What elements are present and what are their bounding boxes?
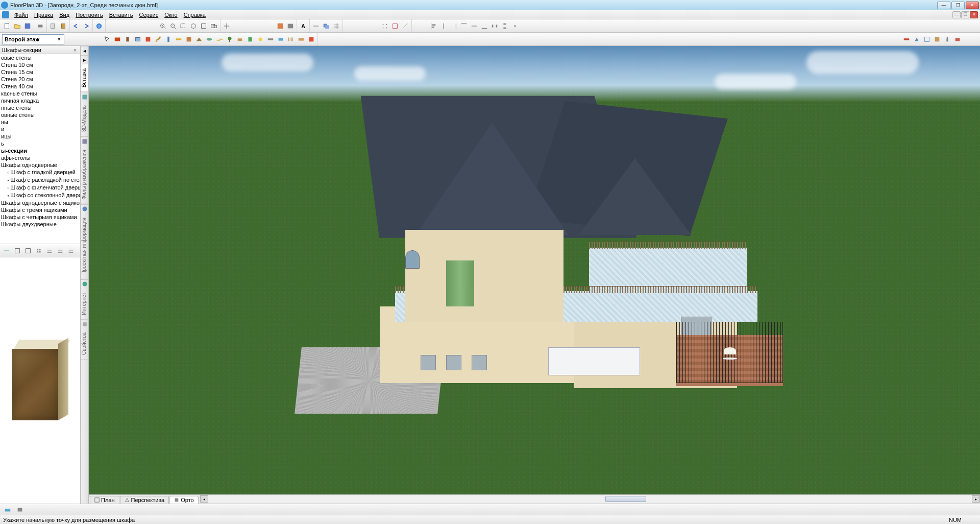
dimension-button[interactable]	[311, 21, 321, 31]
stairs-tool[interactable]	[154, 35, 163, 44]
window-tool[interactable]	[133, 35, 142, 44]
catalog-tool-5[interactable]	[45, 246, 54, 255]
menu-window[interactable]: Окно	[161, 11, 181, 18]
snap-grid-button[interactable]	[380, 21, 389, 31]
deck-tool[interactable]	[297, 35, 306, 44]
catalog-item[interactable]: ны	[0, 118, 80, 126]
open-file-button[interactable]	[13, 21, 22, 31]
tab-properties[interactable]: Свойства	[81, 328, 88, 360]
bottom-tool-1[interactable]	[3, 505, 12, 514]
menu-service[interactable]: Сервис	[136, 11, 161, 18]
3d-viewport[interactable]	[89, 46, 980, 494]
print-button[interactable]	[36, 21, 45, 31]
floor-selector[interactable]: Второй этаж ▾	[2, 34, 64, 44]
paste-button[interactable]	[59, 21, 68, 31]
catalog-panel-close[interactable]: ×	[72, 47, 78, 53]
distribute-h-button[interactable]	[490, 21, 499, 31]
new-file-button[interactable]	[3, 21, 12, 31]
menu-file[interactable]: Файл	[11, 11, 31, 18]
snap-angle-button[interactable]	[401, 21, 410, 31]
catalog-tool-4[interactable]	[34, 246, 43, 255]
catalog-item[interactable]: пичная кладка	[0, 97, 80, 104]
close-button[interactable]: ✕	[966, 2, 979, 9]
catalog-item[interactable]: касные стены	[0, 90, 80, 97]
zoom-extents-button[interactable]	[189, 21, 198, 31]
catalog-item[interactable]: ы-секции	[0, 147, 80, 154]
distribute-v-button[interactable]	[500, 21, 509, 31]
catalog-item[interactable]: овые стены	[0, 54, 80, 61]
pool-tool[interactable]	[276, 35, 285, 44]
align-middle-button[interactable]	[470, 21, 479, 31]
measure-tool[interactable]	[174, 35, 183, 44]
catalog-item[interactable]: Шкафы двухдверные	[0, 221, 80, 228]
redo-button[interactable]	[82, 21, 91, 31]
tab-filter-icon[interactable]	[81, 136, 88, 146]
opening-tool[interactable]	[143, 35, 153, 44]
catalog-item[interactable]: Стена 15 см	[0, 68, 80, 76]
catalog-item[interactable]: нные стены	[0, 104, 80, 111]
plant-tool[interactable]	[225, 35, 234, 44]
hscroll-left-arrow[interactable]: ◂	[200, 495, 208, 503]
hscroll-thumb[interactable]	[605, 496, 646, 502]
viewport-tab-ortho[interactable]: Орто	[169, 496, 198, 504]
zoom-previous-button[interactable]	[209, 21, 218, 31]
catalog-tool-7[interactable]	[66, 246, 76, 255]
catalog-tool-1[interactable]	[2, 246, 11, 255]
tab-props-icon[interactable]	[81, 319, 88, 328]
view-section-button[interactable]	[933, 35, 942, 44]
maximize-button[interactable]: ❐	[951, 2, 965, 9]
viewport-tab-perspective[interactable]: Перспектива	[120, 496, 169, 504]
layers-button[interactable]	[322, 21, 331, 31]
furniture-tool[interactable]	[235, 35, 244, 44]
catalog-item[interactable]: Шкаф с гладкой дверцей	[0, 169, 80, 176]
view-camera-button[interactable]	[953, 35, 962, 44]
catalog-item[interactable]: Шкаф с раскладкой по стеклу	[0, 176, 80, 184]
align-bottom-button[interactable]	[480, 21, 489, 31]
hscroll-track[interactable]	[208, 495, 972, 503]
tab-insert[interactable]: Вставка	[81, 64, 88, 92]
undo-button[interactable]	[71, 21, 81, 31]
catalog-item[interactable]: Шкаф со стеклянной дверцей	[0, 192, 80, 199]
tab-project-info[interactable]: Проектная информация	[81, 213, 88, 279]
catalog-item[interactable]: Шкафы с четырьмя ящиками	[0, 213, 80, 221]
catalog-item[interactable]: овные стены	[0, 111, 80, 118]
text-button[interactable]: A	[299, 21, 308, 31]
catalog-tool-3[interactable]	[23, 246, 33, 255]
column-tool[interactable]	[164, 35, 173, 44]
mdi-close-button[interactable]: ✕	[970, 11, 978, 18]
mdi-minimize-button[interactable]: —	[952, 11, 961, 18]
zoom-in-button[interactable]: +	[158, 21, 167, 31]
catalog-item[interactable]: Шкафы однодверные с ящиком	[0, 199, 80, 206]
align-right-button[interactable]	[449, 21, 458, 31]
roof-tool[interactable]	[194, 35, 204, 44]
catalog-item[interactable]: Шкаф с филенчатой дверцей	[0, 184, 80, 192]
tab-internet[interactable]: Интернет	[81, 289, 88, 320]
render-settings-button[interactable]	[286, 21, 295, 31]
catalog-tool-2[interactable]	[13, 246, 22, 255]
hscroll-right-arrow[interactable]: ▸	[972, 495, 980, 503]
menu-build[interactable]: Построить	[72, 11, 106, 18]
zoom-selection-button[interactable]	[199, 21, 208, 31]
light-tool[interactable]	[256, 35, 265, 44]
fence-tool[interactable]	[286, 35, 296, 44]
minimize-button[interactable]: —	[937, 2, 950, 9]
catalog-item[interactable]: ь	[0, 140, 80, 147]
slab-tool[interactable]	[205, 35, 214, 44]
bottom-tool-2[interactable]	[15, 505, 24, 514]
center-button[interactable]	[510, 21, 520, 31]
tab-info-icon[interactable]	[81, 204, 88, 213]
cabinet-tool[interactable]	[246, 35, 255, 44]
zoom-out-button[interactable]: -	[168, 21, 178, 31]
tab-3d-model[interactable]: 3D-Модель	[81, 101, 88, 136]
catalog-tree[interactable]: овые стеныСтена 10 смСтена 15 смСтена 20…	[0, 54, 80, 244]
tab-pin-icon[interactable]: ◂	[81, 46, 88, 55]
catalog-item[interactable]: Шкафы с тремя ящиками	[0, 206, 80, 213]
pointer-tool[interactable]	[103, 35, 112, 44]
zoom-window-button[interactable]	[179, 21, 188, 31]
view-walk-button[interactable]	[943, 35, 952, 44]
catalog-item[interactable]: Стена 40 см	[0, 83, 80, 90]
viewport-tab-plan[interactable]: План	[90, 496, 119, 504]
room-tool[interactable]	[184, 35, 193, 44]
align-center-h-button[interactable]	[439, 21, 448, 31]
symbol-tool[interactable]	[307, 35, 316, 44]
